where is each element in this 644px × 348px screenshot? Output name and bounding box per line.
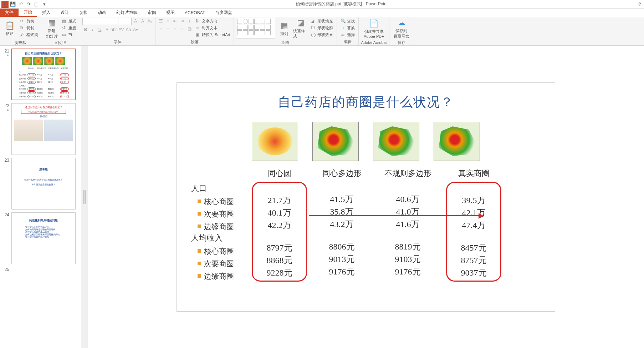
- shape-effects-button[interactable]: ◯形状效果: [310, 31, 334, 38]
- slide-title[interactable]: 自己药店的商圈是什么状况？: [191, 94, 541, 111]
- text-direction-icon: ⇅: [195, 19, 200, 24]
- numbering-icon[interactable]: ≡: [165, 18, 171, 24]
- select-button[interactable]: ▭选择: [339, 31, 356, 38]
- shrink-font-icon[interactable]: A: [139, 18, 146, 24]
- map-irregular-polygon[interactable]: [373, 122, 419, 161]
- indent-inc-icon[interactable]: ⇥: [179, 18, 185, 24]
- indent-dec-icon[interactable]: ⇤: [172, 18, 178, 24]
- thumb-23[interactable]: 23 思考题 你用什么样的办法有信心打赢这场战争？ 你如何为企业创造价值？: [0, 156, 81, 211]
- splitter[interactable]: [81, 46, 88, 348]
- spacing-icon[interactable]: AV: [118, 26, 124, 33]
- create-pdf-button[interactable]: 📄创建并共享 Adobe PDF: [361, 18, 387, 39]
- font-family-select[interactable]: [82, 18, 118, 25]
- outline-icon: ☐: [311, 25, 316, 30]
- qat-more-icon[interactable]: ▾: [41, 1, 48, 8]
- italic-icon[interactable]: I: [90, 26, 96, 33]
- select-icon: ▭: [341, 32, 346, 37]
- paste-button[interactable]: 📋粘贴: [2, 18, 17, 39]
- tab-view[interactable]: 视图: [161, 9, 180, 17]
- format-painter-button[interactable]: 🖌格式刷: [19, 31, 40, 38]
- tab-animations[interactable]: 动画: [93, 9, 111, 17]
- section-button[interactable]: ▭节: [61, 31, 78, 38]
- strike-icon[interactable]: S: [104, 26, 110, 33]
- shape-outline-button[interactable]: ☐形状轮廓: [310, 25, 334, 31]
- slide-thumbnails-panel[interactable]: 21★ 自己药店的商圈是什么状况？ 同心圆同心多边形不规则多边形真实商圈 人口 …: [0, 46, 81, 348]
- thumb-25[interactable]: 25: [0, 266, 81, 273]
- group-label: 段落: [158, 39, 231, 45]
- case-icon[interactable]: Aa: [125, 26, 132, 33]
- align-center-icon[interactable]: ≡: [165, 26, 171, 32]
- thumb-24[interactable]: 24 药店赢利最关键的问题 ·如何进行药店的市场定位 ·如何为药店确定合理的商品…: [0, 211, 81, 266]
- tab-transitions[interactable]: 切换: [74, 9, 93, 17]
- map-real-trade-area[interactable]: [434, 122, 480, 161]
- shapes-gallery[interactable]: [236, 18, 275, 39]
- replace-button[interactable]: ↔替换: [339, 25, 356, 31]
- bold-icon[interactable]: B: [82, 26, 89, 33]
- font-color-icon[interactable]: A▾: [132, 26, 139, 33]
- slide-canvas[interactable]: 自己药店的商圈是什么状况？ 人口 核心商圈 次要商圈 边缘商圈 人均收入 核心商…: [177, 83, 555, 311]
- highlight-box: 21.7万 40.1万 42.2万 8797元 8868元 9228元: [252, 182, 307, 282]
- ribbon-tabs: 文件 开始 插入 设计 切换 动画 幻灯片放映 审阅 视图 ACROBAT 百度…: [0, 9, 644, 17]
- replace-icon: ↔: [341, 25, 346, 30]
- line-spacing-icon[interactable]: ↕: [186, 18, 193, 24]
- copy-button[interactable]: ⧉复制: [19, 25, 40, 31]
- layout-button[interactable]: ▤版式: [61, 18, 78, 24]
- align-text-button[interactable]: ▭对齐文本: [194, 25, 231, 31]
- group-clipboard: 📋粘贴 ✂剪切 ⧉复制 🖌格式刷 剪贴板: [0, 17, 42, 45]
- cut-button[interactable]: ✂剪切: [19, 18, 40, 24]
- arrange-icon: ▦: [281, 21, 288, 30]
- align-left-icon[interactable]: ≡: [158, 26, 164, 32]
- shadow-icon[interactable]: abc: [111, 26, 117, 33]
- group-label: 幻灯片: [44, 39, 78, 45]
- bullets-icon[interactable]: ☰: [158, 18, 164, 24]
- save-baidu-button[interactable]: ☁保存到 百度网盘: [392, 18, 412, 39]
- tab-acrobat[interactable]: ACROBAT: [180, 9, 210, 17]
- thumbnail: 药店赢利最关键的问题 ·如何进行药店的市场定位 ·如何为药店确定合理的商品结构 …: [11, 212, 76, 264]
- smartart-button[interactable]: ▣转换为 SmartArt: [194, 31, 231, 38]
- copy-icon: ⧉: [20, 25, 25, 30]
- col-irregular-polygon: 不规则多边形 40.6万 41.0万 41.6万 8819元 9103元 917…: [377, 168, 439, 282]
- tab-baidu[interactable]: 百度网盘: [210, 9, 237, 17]
- work-area: 21★ 自己药店的商圈是什么状况？ 同心圆同心多边形不规则多边形真实商圈 人口 …: [0, 46, 644, 348]
- group-label: 绘图: [236, 39, 334, 45]
- slide-editor[interactable]: 自己药店的商圈是什么状况？ 人口 核心商圈 次要商圈 边缘商圈 人均收入 核心商…: [88, 46, 644, 348]
- col-real-trade-area: 真实商圈 39.5万 42.1万 47.4万 8457元 8757元 9037元: [446, 168, 501, 282]
- font-size-select[interactable]: [119, 18, 132, 25]
- data-table[interactable]: 人口 核心商圈 次要商圈 边缘商圈 人均收入 核心商圈 次要商圈 边缘商圈 同心…: [191, 168, 541, 282]
- splitter-handle[interactable]: [83, 190, 86, 204]
- justify-icon[interactable]: ≡: [179, 26, 185, 32]
- redo-icon[interactable]: ↷: [25, 1, 32, 8]
- tab-file[interactable]: 文件: [0, 9, 19, 17]
- reset-button[interactable]: ↺重置: [61, 25, 78, 31]
- quick-styles-button[interactable]: ◪快速样式: [293, 18, 308, 39]
- tab-slideshow[interactable]: 幻灯片放映: [111, 9, 143, 17]
- clear-format-icon[interactable]: Aₓ: [147, 18, 153, 24]
- tab-insert[interactable]: 插入: [37, 9, 56, 17]
- tab-design[interactable]: 设计: [56, 9, 74, 17]
- find-button[interactable]: 🔍查找: [339, 18, 356, 24]
- underline-icon[interactable]: U: [97, 26, 103, 33]
- arrange-button[interactable]: ▦排列: [277, 18, 292, 39]
- save-icon[interactable]: 💾: [9, 1, 16, 8]
- thumb-21[interactable]: 21★ 自己药店的商圈是什么状况？ 同心圆同心多边形不规则多边形真实商圈 人口 …: [0, 47, 81, 102]
- title-bar: P 💾 ↶ ↷ ▢ ▾ 如何经营挣钱的药店.ppt [兼容模式] - Power…: [0, 0, 644, 9]
- columns-icon[interactable]: ▥: [186, 26, 193, 32]
- slideshow-icon[interactable]: ▢: [33, 1, 40, 8]
- cut-icon: ✂: [20, 19, 25, 24]
- group-editing: 🔍查找 ↔替换 ▭选择 编辑: [337, 17, 359, 45]
- undo-icon[interactable]: ↶: [17, 1, 24, 8]
- align-right-icon[interactable]: ≡: [172, 26, 178, 32]
- text-direction-button[interactable]: ⇅文字方向: [194, 18, 231, 24]
- maps-row: [191, 122, 541, 161]
- grow-font-icon[interactable]: A: [132, 18, 139, 24]
- shape-fill-button[interactable]: ◢形状填充: [310, 18, 334, 24]
- thumb-22[interactable]: 22★ 通过以下图片对自己有什么启发？ 药店的竞争实际就是商圈的竞争 作战图: [0, 102, 81, 156]
- tab-review[interactable]: 审阅: [143, 9, 161, 17]
- pdf-icon: 📄: [369, 19, 379, 28]
- map-concentric-polygon[interactable]: [312, 122, 359, 161]
- tab-home[interactable]: 开始: [19, 9, 37, 17]
- map-concentric-circle[interactable]: [252, 122, 298, 161]
- help-icon[interactable]: ?: [635, 1, 644, 7]
- row-labels: 人口 核心商圈 次要商圈 边缘商圈 人均收入 核心商圈 次要商圈 边缘商圈: [191, 168, 248, 282]
- new-slide-button[interactable]: ▦新建 幻灯片: [44, 18, 59, 39]
